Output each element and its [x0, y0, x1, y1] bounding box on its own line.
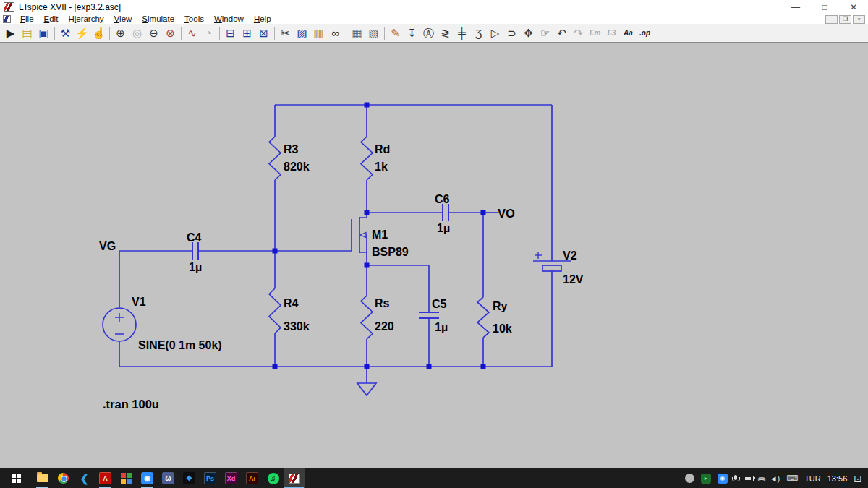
zoom-in-icon[interactable]: ⊕: [112, 25, 129, 41]
pan-icon[interactable]: ◔: [200, 25, 217, 41]
vscode[interactable]: ❮: [74, 468, 95, 488]
menu-item-tools[interactable]: Tools: [179, 14, 209, 24]
close-button[interactable]: ✕: [839, 0, 868, 14]
mdi-close-button[interactable]: ×: [853, 15, 865, 24]
halt-icon[interactable]: ☝: [90, 25, 107, 41]
zoom-back-icon[interactable]: ◎: [129, 25, 145, 41]
value-label-Rd[interactable]: 1k: [375, 160, 388, 173]
new-schematic-icon[interactable]: ▶: [2, 25, 19, 41]
schematic-canvas[interactable]: VGC41µV1SINE(0 1m 50k)R3820kRd1kC61µVOM1…: [0, 43, 868, 468]
autorange-y-icon[interactable]: ∿: [184, 25, 200, 41]
arrange-windows-icon[interactable]: ⊠: [255, 25, 272, 41]
node-label-VO[interactable]: VO: [498, 207, 515, 220]
ref-label-V2[interactable]: V2: [563, 249, 577, 262]
menu-item-file[interactable]: File: [15, 14, 39, 24]
ref-label-R4[interactable]: R4: [284, 297, 299, 309]
component-M1[interactable]: [352, 213, 367, 265]
place-resistor-icon[interactable]: ≷: [437, 25, 454, 41]
print-preview-icon[interactable]: ▧: [365, 25, 382, 41]
node-label-VG[interactable]: VG: [99, 240, 116, 252]
discord[interactable]: ω: [158, 468, 179, 488]
notification-center-icon[interactable]: ⊡: [854, 473, 862, 484]
ground-symbol[interactable]: [357, 367, 376, 395]
start-button[interactable]: [0, 468, 32, 488]
rotate-icon[interactable]: E3: [603, 25, 620, 41]
drag-icon[interactable]: ☞: [537, 25, 553, 41]
component-C6[interactable]: [443, 204, 448, 221]
control-panel-icon[interactable]: ⚒: [57, 25, 74, 41]
acrobat[interactable]: A: [95, 468, 116, 488]
tile-windows-icon[interactable]: ⊟: [222, 25, 239, 41]
tray-green-app[interactable]: ▸: [701, 474, 711, 484]
open-file-icon[interactable]: ▤: [19, 25, 35, 41]
volume-icon[interactable]: ◄): [770, 474, 780, 483]
microphone-icon[interactable]: [734, 475, 737, 480]
value-label-R3[interactable]: 820k: [284, 160, 310, 173]
component-R3[interactable]: [269, 137, 281, 180]
ltspice[interactable]: [284, 468, 305, 488]
battery-icon[interactable]: [744, 476, 754, 481]
spotify[interactable]: ♫: [263, 468, 284, 488]
ref-label-Rs[interactable]: Rs: [375, 297, 390, 309]
file-explorer[interactable]: [32, 468, 53, 488]
component-R4[interactable]: [269, 288, 281, 333]
component-Ry[interactable]: [477, 297, 489, 338]
menu-item-window[interactable]: Window: [209, 14, 249, 24]
stk-app[interactable]: [116, 468, 137, 488]
clock[interactable]: 13:56: [827, 474, 848, 483]
menu-item-simulate[interactable]: Simulate: [137, 14, 179, 24]
value-label-R4[interactable]: 330k: [284, 320, 310, 333]
draw-wire-icon[interactable]: ✎: [387, 25, 404, 41]
component-C4[interactable]: [192, 242, 198, 260]
copy-icon[interactable]: ▨: [294, 25, 310, 41]
menu-item-help[interactable]: Help: [249, 14, 276, 24]
photoshop[interactable]: Ps: [200, 468, 221, 488]
component-Rs[interactable]: [361, 296, 373, 339]
creative-cloud[interactable]: ❖: [179, 468, 200, 488]
mdi-minimize-button[interactable]: –: [825, 15, 838, 24]
component-C5[interactable]: [419, 312, 439, 318]
spice-directive-icon[interactable]: .op: [637, 25, 653, 41]
zoom[interactable]: ◉: [137, 468, 158, 488]
tray-zoom[interactable]: ◉: [718, 474, 728, 484]
run-simulation-icon[interactable]: ⚡: [74, 25, 90, 41]
value-label-C5[interactable]: 1µ: [435, 321, 448, 333]
component-Rd[interactable]: [361, 137, 373, 180]
mdi-restore-button[interactable]: ❐: [839, 15, 851, 24]
value-label-C6[interactable]: 1µ: [437, 222, 450, 234]
ref-label-Ry[interactable]: Ry: [493, 300, 508, 312]
zoom-out-icon[interactable]: ⊖: [145, 25, 162, 41]
place-inductor-icon[interactable]: Ʒ: [470, 25, 487, 41]
value-label-V2[interactable]: 12V: [563, 273, 584, 286]
place-capacitor-icon[interactable]: ╪: [454, 25, 470, 41]
language-indicator[interactable]: TUR: [804, 474, 821, 483]
place-diode-icon[interactable]: ▷: [487, 25, 503, 41]
maximize-button[interactable]: □: [810, 0, 839, 14]
undo-icon[interactable]: ↶: [553, 25, 570, 41]
ref-label-C6[interactable]: C6: [435, 193, 450, 205]
redo-icon[interactable]: ↷: [570, 25, 587, 41]
adobe-xd[interactable]: Xd: [221, 468, 242, 488]
value-label-Rs[interactable]: 220: [375, 320, 394, 333]
mirror-icon[interactable]: Em: [587, 25, 603, 41]
text-icon[interactable]: Aa: [620, 25, 637, 41]
cut-icon[interactable]: ✂: [277, 25, 294, 41]
ref-label-M1[interactable]: M1: [372, 228, 388, 241]
value-label-M1[interactable]: BSP89: [372, 246, 409, 258]
ref-label-C4[interactable]: C4: [187, 231, 202, 244]
paste-icon[interactable]: ▥: [310, 25, 327, 41]
minimize-button[interactable]: —: [781, 0, 810, 14]
zoom-full-extents-icon[interactable]: ⊗: [162, 25, 179, 41]
place-ground-icon[interactable]: ↧: [404, 25, 420, 41]
value-label-V1[interactable]: SINE(0 1m 50k): [138, 339, 222, 351]
find-icon[interactable]: ∞: [327, 25, 344, 41]
value-label-Ry[interactable]: 10k: [493, 322, 512, 335]
menu-item-hierarchy[interactable]: Hierarchy: [63, 14, 109, 24]
print-icon[interactable]: ▦: [349, 25, 365, 41]
move-icon[interactable]: ✥: [520, 25, 537, 41]
save-icon[interactable]: ▣: [35, 25, 52, 41]
illustrator[interactable]: Ai: [242, 468, 263, 488]
ref-label-V1[interactable]: V1: [132, 296, 146, 308]
place-label-icon[interactable]: Ⓐ: [420, 25, 437, 41]
menu-item-view[interactable]: View: [109, 14, 137, 24]
